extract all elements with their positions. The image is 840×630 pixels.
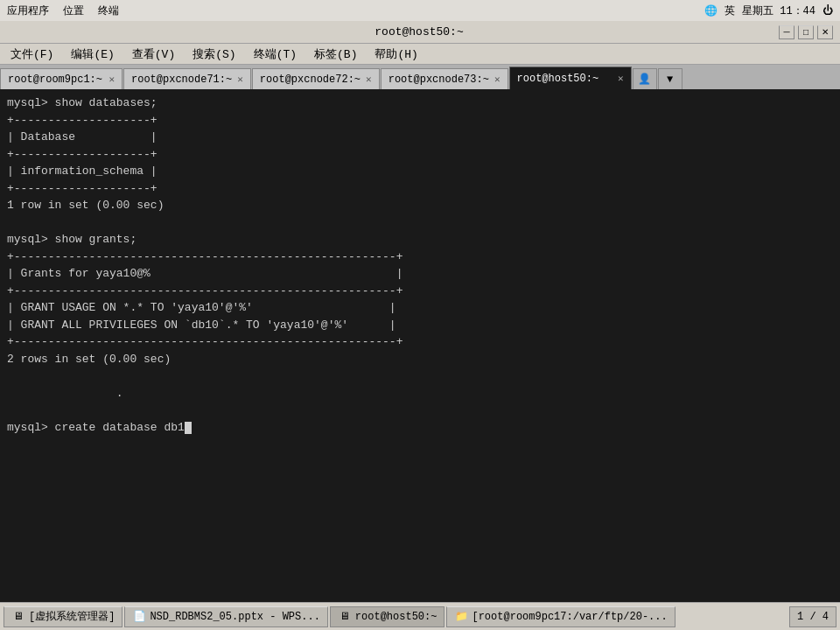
maximize-button[interactable]: □ [798,25,814,39]
tab-close-icon[interactable]: ✕ [237,74,243,85]
menu-item[interactable]: 查看(V) [125,45,182,64]
menu-item[interactable]: 帮助(H) [368,45,424,64]
taskbar: 🖥[虚拟系统管理器]📄NSD_RDBMS2_05.pptx - WPS...🖥r… [0,602,840,630]
taskbar-item-task2[interactable]: 📄NSD_RDBMS2_05.pptx - WPS... [124,606,327,627]
tab-tab2[interactable]: root@pxcnode71:~✕ [123,68,251,89]
system-bar: 应用程序 位置 终端 🌐 英 星期五 11：44 ⏻ [0,0,840,21]
menu-item[interactable]: 编辑(E) [64,45,121,64]
tab-label: root@pxcnode72:~ [260,74,360,86]
tab-bar: root@room9pc1:~✕root@pxcnode71:~✕root@px… [0,65,840,89]
taskbar-item-task1[interactable]: 🖥[虚拟系统管理器] [4,606,122,627]
menu-bar: 文件(F)编辑(E)查看(V)搜索(S)终端(T)标签(B)帮助(H) [0,44,840,65]
title-bar: root@host50:~ ─ □ ✕ [0,21,840,44]
position-menu[interactable]: 位置 [63,4,84,18]
menu-item[interactable]: 终端(T) [247,45,304,64]
window-controls[interactable]: ─ □ ✕ [779,25,833,39]
power-icon[interactable]: ⏻ [822,4,833,18]
tab-tab5[interactable]: root@host50:~✕ [509,66,632,89]
taskbar-page: 1 / 4 [789,606,836,627]
language-indicator: 英 [724,4,735,18]
tab-tab1[interactable]: root@room9pc1:~✕ [0,68,122,89]
close-button[interactable]: ✕ [817,25,833,39]
menu-item[interactable]: 标签(B) [307,45,364,64]
tab-close-icon[interactable]: ✕ [366,74,372,85]
taskbar-label: root@host50:~ [355,611,438,623]
window-title: root@host50:~ [60,25,779,38]
terminal-cursor [185,422,192,434]
tab-label: root@room9pc1:~ [8,74,102,86]
taskbar-icon: 📄 [132,610,146,624]
taskbar-item-task3[interactable]: 🖥root@host50:~ [330,606,445,627]
terminal-content[interactable]: mysql> show databases; +----------------… [0,89,840,602]
minimize-button[interactable]: ─ [779,25,794,39]
tab-tab3[interactable]: root@pxcnode72:~✕ [252,68,380,89]
taskbar-item-task4[interactable]: 📁[root@room9pc17:/var/ftp/20-... [446,606,675,627]
globe-icon: 🌐 [704,4,718,18]
taskbar-label: [虚拟系统管理器] [29,609,115,624]
datetime: 星期五 11：44 [742,4,816,18]
terminal-menu[interactable]: 终端 [98,4,119,18]
menu-item[interactable]: 搜索(S) [186,45,242,64]
tab-tab4[interactable]: root@pxcnode73:~✕ [381,68,508,89]
taskbar-icon: 🖥 [11,610,25,624]
system-bar-left: 应用程序 位置 终端 [7,4,119,18]
tab-label: root@pxcnode71:~ [131,74,232,86]
taskbar-label: [root@room9pc17:/var/ftp/20-... [472,611,667,623]
tab-close-icon[interactable]: ✕ [494,74,500,85]
tab-profile-icon[interactable]: 👤 [633,68,657,89]
tab-close-icon[interactable]: ✕ [108,74,115,85]
taskbar-label: NSD_RDBMS2_05.pptx - WPS... [150,611,319,623]
tab-label: root@host50:~ [517,73,599,85]
tab-close-icon[interactable]: ✕ [618,73,624,84]
apps-menu[interactable]: 应用程序 [7,4,49,18]
tab-label: root@pxcnode73:~ [388,74,489,86]
system-bar-right: 🌐 英 星期五 11：44 ⏻ [704,4,833,18]
menu-item[interactable]: 文件(F) [4,45,60,64]
taskbar-icon: 📁 [454,610,468,624]
taskbar-icon: 🖥 [338,610,352,624]
tab-dropdown-icon[interactable]: ▼ [658,68,682,89]
